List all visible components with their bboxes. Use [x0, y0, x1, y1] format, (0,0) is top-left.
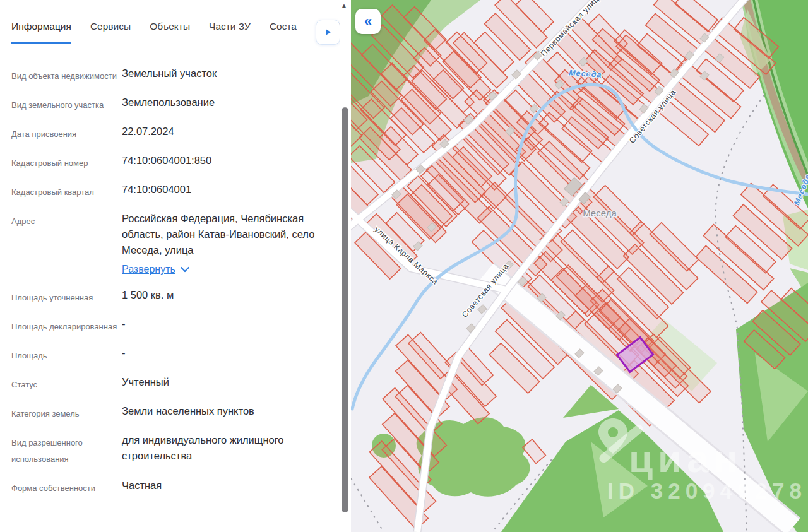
- address-text: Российская Федерация, Челябинская област…: [122, 213, 314, 256]
- field-row-address: Адрес Российская Федерация, Челябинская …: [11, 211, 328, 277]
- field-row: Площадь-: [11, 345, 328, 364]
- scroll-up-icon[interactable]: ▲: [341, 2, 347, 9]
- info-panel: Информация Сервисы Объекты Части ЗУ Сост…: [0, 0, 351, 532]
- chevron-double-left-icon: «: [364, 13, 372, 30]
- watermark-brand: циан: [629, 437, 742, 480]
- expand-address-link[interactable]: Развернуть: [122, 261, 175, 277]
- tab-parts[interactable]: Части ЗУ: [209, 21, 251, 44]
- tab-services[interactable]: Сервисы: [90, 21, 131, 44]
- field-row: Вид объекта недвижимостиЗемельный участо…: [11, 66, 328, 85]
- chevron-down-icon[interactable]: [181, 263, 189, 272]
- tab-sostav-clipped[interactable]: Соста: [270, 21, 297, 44]
- fields-list: Вид объекта недвижимостиЗемельный участо…: [0, 45, 340, 507]
- field-row: Категория земельЗемли населенных пунктов: [11, 403, 328, 422]
- field-row: Площадь декларированная-: [11, 316, 328, 335]
- tab-information[interactable]: Информация: [11, 21, 71, 44]
- scrollbar-thumb[interactable]: [342, 107, 348, 512]
- tab-bar: Информация Сервисы Объекты Части ЗУ Сост…: [0, 0, 351, 45]
- field-row: Форма собственностиЧастная: [11, 478, 328, 497]
- town-label: Меседа: [583, 208, 617, 218]
- app-window: Информация Сервисы Объекты Части ЗУ Сост…: [0, 0, 808, 532]
- tabs-scroll-right-button[interactable]: [316, 20, 340, 45]
- field-row: Кадастровый номер74:10:0604001:850: [11, 153, 328, 172]
- watermark-id: ID 320949278: [607, 478, 807, 503]
- field-row: Кадастровый квартал74:10:0604001: [11, 182, 328, 201]
- tab-objects[interactable]: Объекты: [150, 21, 190, 44]
- field-row: Площадь уточненная1 500 кв. м: [11, 287, 328, 306]
- field-row: СтатусУчтенный: [11, 374, 328, 393]
- map-container[interactable]: Первомайская улица Советская улица Совет…: [351, 0, 808, 532]
- panel-scrollbar[interactable]: ▲: [340, 0, 351, 532]
- triangle-right-icon: [326, 29, 331, 35]
- cadastral-map[interactable]: Первомайская улица Советская улица Совет…: [351, 0, 808, 532]
- field-row: Дата присвоения22.07.2024: [11, 124, 328, 143]
- field-row: Вид земельного участкаЗемлепользование: [11, 95, 328, 114]
- collapse-panel-button[interactable]: «: [355, 9, 381, 34]
- field-row: Вид разрешенного использованиядля индиви…: [11, 432, 328, 468]
